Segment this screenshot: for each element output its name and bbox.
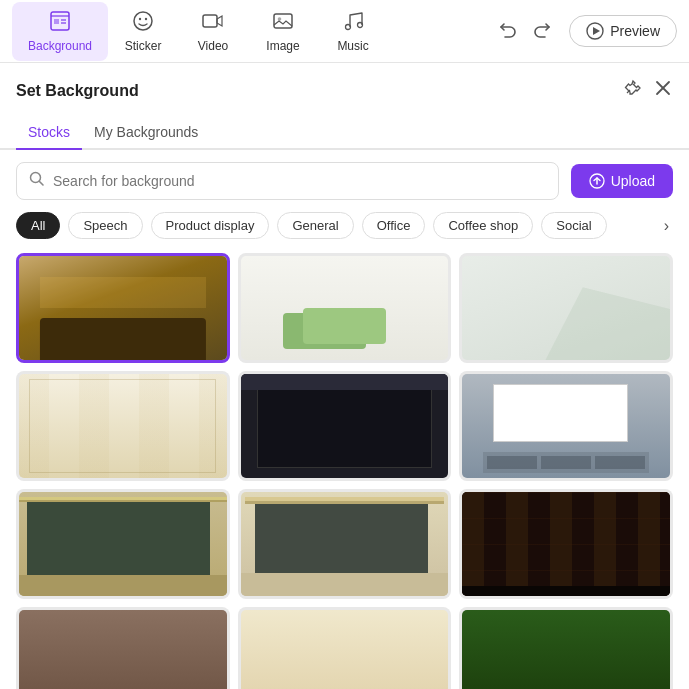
chip-product-display[interactable]: Product display bbox=[151, 212, 270, 239]
background-image-6[interactable] bbox=[459, 371, 673, 481]
svg-marker-14 bbox=[593, 27, 600, 35]
chips-row: All Speech Product display General Offic… bbox=[0, 212, 689, 249]
undo-redo-group bbox=[493, 15, 557, 48]
background-label: Background bbox=[28, 39, 92, 53]
toolbar-item-video[interactable]: Video bbox=[178, 2, 248, 61]
preview-label: Preview bbox=[610, 23, 660, 39]
tab-stocks[interactable]: Stocks bbox=[16, 116, 82, 150]
music-icon bbox=[342, 10, 364, 35]
redo-button[interactable] bbox=[529, 15, 557, 48]
image-label: Image bbox=[266, 39, 299, 53]
chip-social[interactable]: Social bbox=[541, 212, 606, 239]
svg-point-6 bbox=[139, 17, 141, 19]
background-image-1[interactable] bbox=[16, 253, 230, 363]
panel-header-actions bbox=[621, 77, 673, 104]
video-label: Video bbox=[198, 39, 228, 53]
svg-line-19 bbox=[40, 182, 44, 186]
background-image-5[interactable] bbox=[238, 371, 452, 481]
svg-point-5 bbox=[134, 12, 152, 30]
background-icon bbox=[49, 10, 71, 35]
panel-header: Set Background bbox=[0, 63, 689, 104]
chip-all[interactable]: All bbox=[16, 212, 60, 239]
background-image-4[interactable] bbox=[16, 371, 230, 481]
background-image-7[interactable] bbox=[16, 489, 230, 599]
toolbar-item-sticker[interactable]: Sticker bbox=[108, 2, 178, 61]
toolbar-item-background[interactable]: Background bbox=[12, 2, 108, 61]
background-image-2[interactable] bbox=[238, 253, 452, 363]
svg-point-7 bbox=[145, 17, 147, 19]
search-upload-row: Upload bbox=[0, 150, 689, 212]
svg-point-10 bbox=[278, 17, 282, 21]
toolbar-item-image[interactable]: Image bbox=[248, 2, 318, 61]
image-icon bbox=[272, 10, 294, 35]
music-label: Music bbox=[337, 39, 368, 53]
panel-title: Set Background bbox=[16, 82, 139, 100]
chip-speech[interactable]: Speech bbox=[68, 212, 142, 239]
background-image-9[interactable] bbox=[459, 489, 673, 599]
background-image-3[interactable] bbox=[459, 253, 673, 363]
undo-button[interactable] bbox=[493, 15, 521, 48]
chip-coffee-shop[interactable]: Coffee shop bbox=[433, 212, 533, 239]
upload-button[interactable]: Upload bbox=[571, 164, 673, 198]
toolbar-actions: Preview bbox=[493, 15, 677, 48]
chips-scroll-right[interactable]: › bbox=[660, 213, 673, 239]
search-box[interactable] bbox=[16, 162, 559, 200]
search-input[interactable] bbox=[53, 173, 546, 189]
background-image-11[interactable] bbox=[238, 607, 452, 689]
set-background-panel: Set Background Stocks My Backgrounds bbox=[0, 63, 689, 689]
preview-button[interactable]: Preview bbox=[569, 15, 677, 47]
chip-general[interactable]: General bbox=[277, 212, 353, 239]
svg-rect-0 bbox=[51, 12, 69, 30]
background-image-10[interactable] bbox=[16, 607, 230, 689]
search-icon bbox=[29, 171, 45, 191]
close-button[interactable] bbox=[653, 77, 673, 104]
tabs: Stocks My Backgrounds bbox=[0, 108, 689, 150]
background-image-8[interactable] bbox=[238, 489, 452, 599]
image-grid bbox=[0, 249, 689, 689]
chip-office[interactable]: Office bbox=[362, 212, 426, 239]
background-image-12[interactable] bbox=[459, 607, 673, 689]
svg-rect-8 bbox=[203, 15, 217, 27]
pin-button[interactable] bbox=[621, 77, 643, 104]
sticker-icon bbox=[132, 10, 154, 35]
svg-rect-9 bbox=[274, 14, 292, 28]
video-icon bbox=[202, 10, 224, 35]
upload-label: Upload bbox=[611, 173, 655, 189]
svg-rect-2 bbox=[54, 19, 59, 24]
sticker-label: Sticker bbox=[125, 39, 162, 53]
toolbar: Background Sticker Video bbox=[0, 0, 689, 63]
toolbar-item-music[interactable]: Music bbox=[318, 2, 388, 61]
tab-my-backgrounds[interactable]: My Backgrounds bbox=[82, 116, 210, 150]
